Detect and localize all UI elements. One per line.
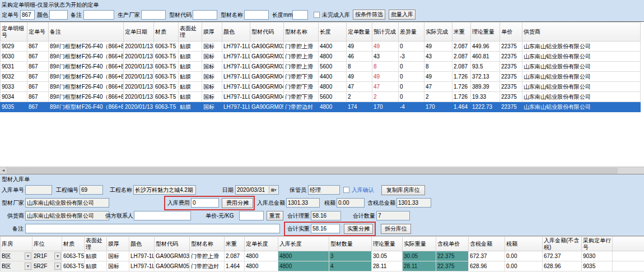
column-header[interactable]: 长度 — [319, 22, 347, 42]
column-header[interactable]: 差异量 — [399, 22, 424, 42]
total-actual-input[interactable] — [311, 224, 340, 233]
project-no-input[interactable] — [80, 185, 103, 195]
column-header[interactable]: 表面处理 — [85, 237, 107, 251]
chevron-down-icon[interactable]: ▾ — [54, 252, 61, 260]
split-location-button[interactable]: 拆分库位 — [381, 224, 411, 234]
table-row[interactable]: B区▾2R1F▾6063-T5贴膜国标LH797-1LL0GA90GRM03门带… — [1, 251, 644, 261]
fee-apportion-button[interactable]: 费用分摊 — [222, 198, 253, 208]
cell: 6063-T5 — [154, 42, 179, 52]
column-header[interactable]: 定单明细号 — [1, 22, 27, 42]
total-amount-input[interactable] — [286, 198, 320, 208]
column-header[interactable]: 定单长度 — [245, 237, 278, 251]
column-header[interactable]: 颜色 — [222, 22, 250, 42]
color-input[interactable] — [49, 10, 68, 20]
chevron-down-icon[interactable]: ▾ — [54, 263, 61, 270]
remark-input[interactable] — [83, 10, 114, 20]
column-header[interactable]: 库房 — [1, 237, 32, 251]
unfinished-checkbox[interactable] — [314, 12, 320, 18]
contact-input[interactable] — [134, 211, 191, 220]
table-row[interactable]: 903386789#门框型材F26-F40（866+867）2020/01/13… — [1, 82, 641, 92]
combo-cell[interactable]: 2R1F▾ — [32, 251, 62, 261]
column-header[interactable]: 备注 — [49, 22, 124, 42]
project-name-input[interactable] — [133, 185, 196, 195]
reset-button[interactable]: 重置 — [267, 211, 283, 220]
table-row[interactable]: 903486789#门框型材F26-F40（866+867）2020/01/13… — [1, 92, 641, 102]
column-header[interactable]: 实际重量 — [403, 237, 436, 251]
table-row[interactable]: B区▾5R2F▾6063-T5贴膜国标LH797-1LL0GA90GRM05门带… — [1, 261, 644, 272]
cell: 8 — [424, 62, 452, 72]
length-input[interactable] — [292, 10, 308, 20]
column-header[interactable]: 理论重量 — [471, 22, 500, 42]
column-header[interactable]: 定单号 — [27, 22, 49, 42]
column-header[interactable]: 材质 — [62, 237, 85, 251]
total-with-tax-input[interactable] — [396, 198, 431, 208]
column-header[interactable]: 膜厚 — [107, 237, 129, 251]
factory-input[interactable] — [25, 198, 109, 208]
column-header[interactable]: 米重 — [225, 237, 245, 251]
column-header[interactable]: 型材名称 — [190, 237, 225, 251]
scroll-left-arrow-icon[interactable]: ◄ — [0, 167, 7, 174]
batch-inbound-button[interactable]: 批量入库 — [389, 10, 416, 20]
column-header[interactable]: 含税金额 — [469, 237, 505, 251]
column-header[interactable]: 膜厚 — [202, 22, 222, 42]
unit-price-input[interactable] — [239, 211, 264, 220]
scrollbar-thumb[interactable] — [7, 168, 618, 174]
cell: 28.11 — [372, 261, 403, 272]
column-header[interactable]: 定单日期 — [124, 22, 154, 42]
column-header[interactable]: 表面处理 — [179, 22, 202, 42]
column-header[interactable]: 型材数量 — [329, 237, 372, 251]
chevron-down-icon[interactable]: ▾ — [25, 263, 31, 270]
remark-field-input[interactable] — [25, 224, 280, 233]
receipt-no-input[interactable] — [25, 185, 52, 195]
table-row[interactable]: 903086789#门框型材F26-F40（866+867）2020/01/13… — [1, 52, 641, 62]
column-header[interactable]: 实际完成 — [424, 22, 452, 42]
table-row[interactable]: 903586789#门框型材F26-F40（866+867）2020/01/13… — [1, 102, 641, 112]
order-no-input[interactable] — [20, 10, 35, 20]
table-row[interactable]: 903186789#门框型材F26-F40（866+867）2020/01/13… — [1, 62, 641, 72]
column-header[interactable]: 库位 — [32, 237, 62, 251]
horizontal-scrollbar[interactable]: ◄ — [0, 167, 644, 174]
table-row[interactable]: 903286789#门框型材F26-F40（866+867）2020/01/13… — [1, 72, 641, 82]
date-picker[interactable]: 2020/03/31 ▦▾ — [235, 185, 279, 195]
column-header[interactable]: 理论重量 — [372, 237, 403, 251]
tax-input[interactable] — [337, 198, 365, 208]
column-header[interactable]: 入库长度 — [278, 237, 329, 251]
total-qty-input[interactable] — [376, 211, 410, 220]
combo-cell[interactable]: B区▾ — [1, 261, 32, 272]
column-header[interactable]: 型材名称 — [284, 22, 319, 42]
combo-cell[interactable]: 5R2F▾ — [32, 261, 62, 272]
column-header[interactable]: 含税单价 — [436, 237, 469, 251]
column-header[interactable]: 采购定单行号 — [582, 237, 613, 251]
table-row[interactable]: 902986789#门框型材F26-F40（866+867）2020/01/13… — [1, 42, 641, 52]
column-header[interactable]: 米重 — [452, 22, 471, 42]
cell: GA90GRM04 — [250, 92, 284, 102]
column-header[interactable] — [613, 237, 644, 251]
column-header[interactable]: 型材代码 — [250, 22, 284, 42]
profile-code-input[interactable] — [193, 10, 217, 20]
column-header[interactable]: 入库金额(不含税) — [543, 237, 582, 251]
copy-warehouse-location-button[interactable]: 复制库房库位 — [381, 185, 425, 195]
column-header[interactable]: 颜色 — [129, 237, 155, 251]
column-header[interactable]: 供货商 — [522, 22, 641, 42]
manufacturer-input[interactable] — [141, 10, 166, 20]
profile-name-input[interactable] — [244, 10, 269, 20]
total-theory-input[interactable] — [311, 211, 341, 220]
combo-cell[interactable]: B区▾ — [1, 251, 32, 261]
section-title-order-detail: 采购定单明细-仅显示状态为开始的定单 — [2, 1, 99, 9]
supplier-input[interactable] — [25, 211, 109, 220]
actual-weight-apportion-button[interactable]: 实重分摊 — [344, 224, 373, 234]
column-header[interactable]: 材质 — [154, 22, 179, 42]
keeper-input[interactable] — [308, 185, 340, 195]
chevron-down-icon[interactable]: ▾ — [25, 252, 31, 260]
inbound-confirm-checkbox[interactable] — [343, 187, 349, 193]
cell: 1.726 — [452, 92, 471, 102]
cell: 2.087 — [225, 251, 245, 261]
fee-input[interactable] — [191, 198, 219, 208]
keeper-label: 保管员 — [290, 186, 306, 194]
column-header[interactable]: 定单数量 — [347, 22, 372, 42]
filter-by-condition-button[interactable]: 按条件筛选 — [353, 10, 385, 20]
column-header[interactable]: 单价 — [500, 22, 522, 42]
column-header[interactable]: 型材代码 — [155, 237, 190, 251]
column-header[interactable]: 预计完成 — [372, 22, 399, 42]
column-header[interactable]: 税额 — [505, 237, 543, 251]
